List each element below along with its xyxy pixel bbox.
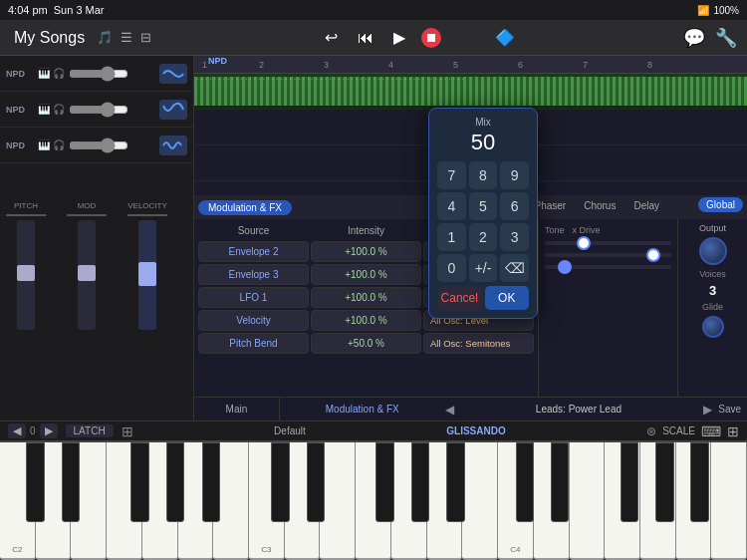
next-page-button[interactable]: ▶ [40,423,58,438]
timeline-mark-2: 2 [259,60,264,70]
glide-label: Glide [702,302,723,312]
velocity-slider[interactable] [138,220,156,330]
numpad-8[interactable]: 8 [469,161,498,189]
numpad-5[interactable]: 5 [469,192,498,220]
track-item-3[interactable]: NPD 🎹 🎧 [0,128,193,163]
track-note-dots: · · · · · · · · · · · · · · · · · · · · … [196,75,464,84]
tab-delay[interactable]: Delay [625,198,667,213]
scale-label: SCALE [662,425,695,436]
play-button[interactable]: ▶ [389,26,409,49]
numpad-cancel[interactable]: Cancel [437,286,482,310]
grid-icon[interactable]: ⊞ [727,423,739,439]
numpad-ok[interactable]: OK [485,286,530,310]
timeline-mark-3: 3 [324,60,329,70]
sustain-icon[interactable]: ⊞ [122,423,133,439]
drive-slider[interactable] [545,253,671,257]
tab-modulation-matrix[interactable]: Modulation & FX [198,200,292,215]
default-label: Default [274,425,306,436]
prev-page-button[interactable]: ◀ [8,423,26,438]
settings-button[interactable]: 🔧 [715,27,737,49]
dist-slider2 [545,265,671,269]
numpad-1[interactable]: 1 [437,223,466,251]
key-gs2[interactable] [166,442,185,522]
track-item-1[interactable]: NPD 🎹 🎧 [0,56,193,92]
status-bar: 4:04 pm Sun 3 Mar 📶 100% [0,0,747,20]
chat-button[interactable]: 💬 [683,27,705,49]
track-icon[interactable]: 🎵 [97,30,113,45]
midi-icon-2: 🎹 [38,104,50,115]
save-button[interactable]: Save [712,402,747,417]
dist-slider-2[interactable] [545,265,671,269]
undo-button[interactable]: ↩ [321,26,342,49]
key-as4[interactable] [690,442,709,522]
tab-main[interactable]: Main [194,402,279,417]
key-e4[interactable] [570,442,606,560]
numpad-plusminus[interactable]: +/- [469,254,498,282]
key-e3[interactable] [320,442,356,560]
key-fs3[interactable] [375,442,394,522]
record-button[interactable] [421,28,441,48]
numpad-grid: 7 8 9 4 5 6 1 2 3 0 +/- ⌫ [437,161,529,282]
key-b3[interactable] [462,442,498,560]
numpad-3[interactable]: 3 [500,223,529,251]
numpad-4[interactable]: 4 [437,192,466,220]
source-4: Velocity [198,310,309,331]
prev-button[interactable]: ⏮ [354,27,377,49]
note-track-1[interactable]: · · · · · · · · · · · · · · · · · · · · … [194,74,747,110]
my-songs-button[interactable]: My Songs [10,27,89,49]
key-label-c2: C2 [12,545,22,554]
key-gs4[interactable] [655,442,674,522]
track-volume-1[interactable] [69,66,128,82]
date-display: Sun 3 Mar [54,4,105,16]
numpad-0[interactable]: 0 [437,254,466,282]
numpad-6[interactable]: 6 [500,192,529,220]
numpad-overlay: Mix 50 7 8 9 4 5 6 1 2 3 0 +/- ⌫ Cancel … [428,108,538,319]
tab-global[interactable]: Global [698,197,743,212]
left-arrow[interactable]: ◀ [445,403,454,417]
top-nav: My Songs 🎵 ☰ ⊟ ↩ ⏮ ▶ 🔷 💬 🔧 [0,20,747,56]
mod-slider[interactable] [78,220,96,330]
list-icon[interactable]: ☰ [121,30,132,45]
keyboard-icon[interactable]: ⌨ [701,423,721,439]
track-wave-2[interactable] [159,100,187,120]
mod-row-5[interactable]: Pitch Bend +50.0 % All Osc: Semitones [198,333,534,354]
numpad-9[interactable]: 9 [500,161,529,189]
key-as2[interactable] [202,442,221,522]
numpad-backspace[interactable]: ⌫ [500,254,529,282]
source-5: Pitch Bend [198,333,309,354]
tone-thumb [577,236,591,250]
tab-chorus[interactable]: Chorus [576,198,623,213]
key-as3[interactable] [446,442,465,522]
key-ds2[interactable] [62,442,81,522]
track-volume-3[interactable] [69,138,128,153]
right-arrow[interactable]: ▶ [703,403,712,417]
track-volume-2[interactable] [69,102,128,118]
key-ds4[interactable] [551,442,570,522]
tone-slider[interactable] [545,241,671,245]
tune-icon[interactable]: ⊛ [646,424,656,438]
numpad-7[interactable]: 7 [437,161,466,189]
output-knob[interactable] [699,237,727,265]
track-wave-1[interactable] [159,64,187,84]
drive-control [545,253,671,257]
pitch-mod-vel-panel: PITCH MOD VELOCITY [0,195,194,420]
glide-knob[interactable] [702,316,724,338]
key-cs3[interactable] [271,442,290,522]
tab-mod-fx[interactable]: Modulation & FX [280,402,445,417]
headphone-icon-2: 🎧 [53,104,65,115]
key-fs4[interactable] [621,442,639,522]
track-item-2[interactable]: NPD 🎹 🎧 [0,92,193,128]
numpad-2[interactable]: 2 [469,223,498,251]
pitch-slider[interactable] [17,220,35,330]
track-wave-3[interactable] [159,136,187,155]
key-ds3[interactable] [307,442,326,522]
key-b4[interactable] [711,442,747,560]
mod-label: MOD [78,201,97,210]
key-cs4[interactable] [516,442,535,522]
key-fs2[interactable] [130,442,149,522]
sliders-icon[interactable]: ⊟ [140,30,151,45]
key-cs2[interactable] [26,442,45,522]
latch-button[interactable]: LATCH [66,424,114,437]
key-gs3[interactable] [411,442,430,522]
timeline-mark-7: 7 [583,60,588,70]
